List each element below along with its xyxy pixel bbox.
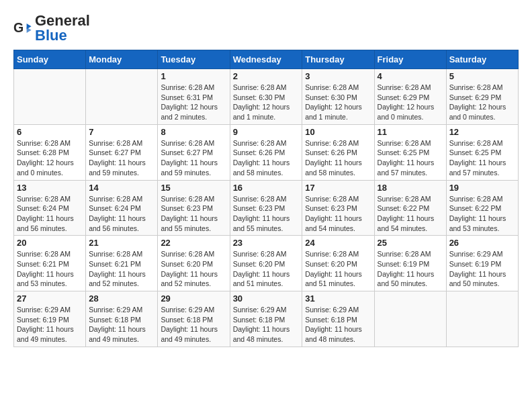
week-row-5: 27Sunrise: 6:29 AMSunset: 6:19 PMDayligh… [14, 291, 519, 347]
logo-blue: Blue [35, 27, 67, 44]
week-row-1: 1Sunrise: 6:28 AMSunset: 6:31 PMDaylight… [14, 69, 519, 125]
calendar-cell: 30Sunrise: 6:29 AMSunset: 6:18 PMDayligh… [230, 291, 302, 347]
day-info: Sunrise: 6:28 AMSunset: 6:30 PMDaylight:… [305, 83, 371, 122]
header: G General Blue [13, 13, 519, 43]
day-info: Sunrise: 6:28 AMSunset: 6:30 PMDaylight:… [233, 83, 300, 122]
day-info: Sunrise: 6:28 AMSunset: 6:23 PMDaylight:… [161, 194, 226, 234]
calendar-cell: 10Sunrise: 6:28 AMSunset: 6:26 PMDayligh… [302, 124, 374, 180]
calendar-cell: 26Sunrise: 6:29 AMSunset: 6:19 PMDayligh… [446, 236, 518, 291]
logo-icon: G [13, 19, 32, 38]
day-info: Sunrise: 6:28 AMSunset: 6:21 PMDaylight:… [89, 249, 154, 289]
day-info: Sunrise: 6:28 AMSunset: 6:31 PMDaylight:… [161, 83, 226, 122]
day-info: Sunrise: 6:28 AMSunset: 6:20 PMDaylight:… [161, 249, 226, 289]
day-number: 19 [449, 183, 515, 193]
day-info: Sunrise: 6:28 AMSunset: 6:22 PMDaylight:… [449, 194, 515, 234]
week-row-4: 20Sunrise: 6:28 AMSunset: 6:21 PMDayligh… [14, 236, 519, 291]
svg-marker-2 [27, 28, 32, 33]
day-number: 10 [305, 127, 371, 137]
day-info: Sunrise: 6:28 AMSunset: 6:23 PMDaylight:… [233, 194, 300, 234]
calendar-cell: 8Sunrise: 6:28 AMSunset: 6:27 PMDaylight… [158, 124, 230, 180]
calendar-cell: 9Sunrise: 6:28 AMSunset: 6:26 PMDaylight… [230, 124, 302, 180]
calendar-cell [86, 69, 158, 125]
day-number: 14 [89, 183, 154, 193]
calendar-cell [374, 291, 446, 347]
calendar-cell: 6Sunrise: 6:28 AMSunset: 6:28 PMDaylight… [14, 124, 86, 180]
day-number: 13 [17, 183, 83, 193]
day-info: Sunrise: 6:28 AMSunset: 6:27 PMDaylight:… [161, 138, 226, 178]
calendar-cell: 23Sunrise: 6:28 AMSunset: 6:20 PMDayligh… [230, 236, 302, 291]
calendar-cell: 27Sunrise: 6:29 AMSunset: 6:19 PMDayligh… [14, 291, 86, 347]
day-number: 9 [233, 127, 300, 137]
day-number: 20 [17, 238, 83, 248]
day-number: 11 [378, 127, 443, 137]
calendar-cell: 2Sunrise: 6:28 AMSunset: 6:30 PMDaylight… [230, 69, 302, 125]
day-number: 30 [233, 293, 300, 304]
weekday-header-saturday: Saturday [446, 50, 518, 69]
calendar-cell [14, 69, 86, 125]
weekday-header-friday: Friday [374, 50, 446, 69]
day-number: 28 [89, 293, 154, 304]
logo-text: General Blue [35, 13, 90, 43]
calendar-cell: 20Sunrise: 6:28 AMSunset: 6:21 PMDayligh… [14, 236, 86, 291]
calendar-cell: 24Sunrise: 6:28 AMSunset: 6:20 PMDayligh… [302, 236, 374, 291]
calendar-cell: 19Sunrise: 6:28 AMSunset: 6:22 PMDayligh… [446, 180, 518, 236]
day-info: Sunrise: 6:28 AMSunset: 6:19 PMDaylight:… [378, 249, 443, 289]
day-info: Sunrise: 6:28 AMSunset: 6:20 PMDaylight:… [233, 249, 300, 289]
day-number: 24 [305, 238, 371, 248]
day-info: Sunrise: 6:29 AMSunset: 6:18 PMDaylight:… [89, 305, 154, 345]
day-number: 6 [17, 127, 83, 137]
day-info: Sunrise: 6:28 AMSunset: 6:25 PMDaylight:… [449, 138, 515, 178]
page: G General Blue SundayMondayTuesdayWednes… [0, 0, 532, 354]
day-info: Sunrise: 6:29 AMSunset: 6:19 PMDaylight:… [449, 249, 515, 289]
week-row-3: 13Sunrise: 6:28 AMSunset: 6:24 PMDayligh… [14, 180, 519, 236]
day-info: Sunrise: 6:28 AMSunset: 6:27 PMDaylight:… [89, 138, 154, 178]
calendar-cell: 1Sunrise: 6:28 AMSunset: 6:31 PMDaylight… [158, 69, 230, 125]
day-info: Sunrise: 6:28 AMSunset: 6:28 PMDaylight:… [17, 138, 83, 178]
day-number: 27 [17, 293, 83, 304]
day-info: Sunrise: 6:28 AMSunset: 6:26 PMDaylight:… [233, 138, 300, 178]
calendar-cell: 3Sunrise: 6:28 AMSunset: 6:30 PMDaylight… [302, 69, 374, 125]
calendar-cell: 17Sunrise: 6:28 AMSunset: 6:23 PMDayligh… [302, 180, 374, 236]
day-number: 16 [233, 183, 300, 193]
weekday-header-tuesday: Tuesday [158, 50, 230, 69]
calendar-cell: 25Sunrise: 6:28 AMSunset: 6:19 PMDayligh… [374, 236, 446, 291]
calendar-cell [446, 291, 518, 347]
weekday-header-monday: Monday [86, 50, 158, 69]
day-number: 23 [233, 238, 300, 248]
day-number: 15 [161, 183, 226, 193]
day-number: 8 [161, 127, 226, 137]
calendar-cell: 14Sunrise: 6:28 AMSunset: 6:24 PMDayligh… [86, 180, 158, 236]
calendar-cell: 18Sunrise: 6:28 AMSunset: 6:22 PMDayligh… [374, 180, 446, 236]
calendar-cell: 16Sunrise: 6:28 AMSunset: 6:23 PMDayligh… [230, 180, 302, 236]
svg-text:G: G [13, 20, 24, 35]
day-info: Sunrise: 6:28 AMSunset: 6:23 PMDaylight:… [305, 194, 371, 234]
day-number: 31 [305, 293, 371, 304]
day-info: Sunrise: 6:29 AMSunset: 6:18 PMDaylight:… [305, 305, 371, 345]
day-info: Sunrise: 6:29 AMSunset: 6:18 PMDaylight:… [233, 305, 300, 345]
day-info: Sunrise: 6:28 AMSunset: 6:22 PMDaylight:… [378, 194, 443, 234]
weekday-header-thursday: Thursday [302, 50, 374, 69]
calendar-cell: 29Sunrise: 6:29 AMSunset: 6:18 PMDayligh… [158, 291, 230, 347]
weekday-header-wednesday: Wednesday [230, 50, 302, 69]
day-number: 26 [449, 238, 515, 248]
day-info: Sunrise: 6:28 AMSunset: 6:20 PMDaylight:… [305, 249, 371, 289]
calendar-cell: 21Sunrise: 6:28 AMSunset: 6:21 PMDayligh… [86, 236, 158, 291]
day-info: Sunrise: 6:28 AMSunset: 6:21 PMDaylight:… [17, 249, 83, 289]
calendar-cell: 12Sunrise: 6:28 AMSunset: 6:25 PMDayligh… [446, 124, 518, 180]
day-info: Sunrise: 6:28 AMSunset: 6:29 PMDaylight:… [378, 83, 443, 122]
day-number: 17 [305, 183, 371, 193]
day-number: 21 [89, 238, 154, 248]
day-number: 1 [161, 71, 226, 81]
day-number: 18 [378, 183, 443, 193]
calendar-cell: 7Sunrise: 6:28 AMSunset: 6:27 PMDaylight… [86, 124, 158, 180]
day-number: 25 [378, 238, 443, 248]
day-info: Sunrise: 6:28 AMSunset: 6:26 PMDaylight:… [305, 138, 371, 178]
weekday-header-sunday: Sunday [14, 50, 86, 69]
day-number: 22 [161, 238, 226, 248]
calendar-cell: 4Sunrise: 6:28 AMSunset: 6:29 PMDaylight… [374, 69, 446, 125]
calendar-cell: 31Sunrise: 6:29 AMSunset: 6:18 PMDayligh… [302, 291, 374, 347]
day-info: Sunrise: 6:29 AMSunset: 6:19 PMDaylight:… [17, 305, 83, 345]
day-number: 7 [89, 127, 154, 137]
calendar-table: SundayMondayTuesdayWednesdayThursdayFrid… [13, 50, 519, 347]
day-number: 4 [378, 71, 443, 81]
